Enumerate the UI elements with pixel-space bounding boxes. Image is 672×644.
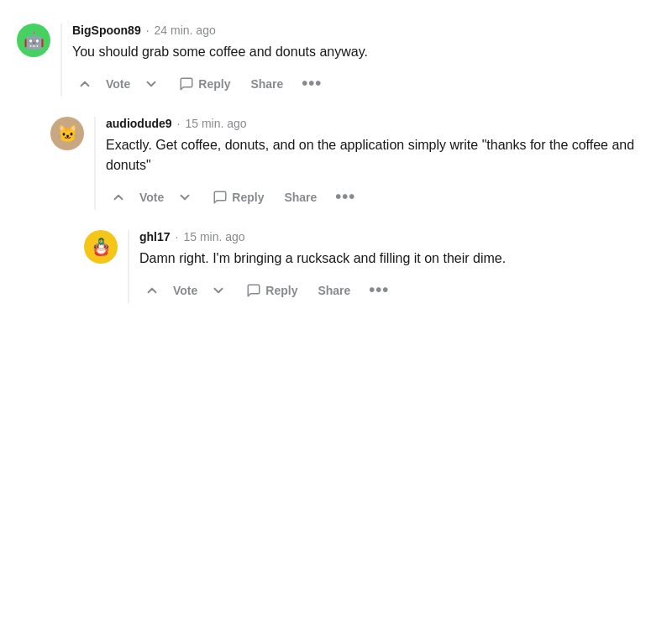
comment-body: ghl17 · 15 min. ago Damn right. I'm brin… xyxy=(128,230,655,303)
vote-label-button[interactable]: Vote xyxy=(101,74,135,94)
upvote-icon xyxy=(144,283,160,298)
comment-thread: 🤖 BigSpoon89 · 24 min. ago You should gr… xyxy=(17,13,655,313)
vote-label: Vote xyxy=(139,191,164,204)
avatar: 🐱 xyxy=(50,117,84,150)
reply-icon xyxy=(179,76,194,92)
comment-item: 🐱 audiodude9 · 15 min. ago Exactly. Get … xyxy=(17,107,655,220)
comment-body: audiodude9 · 15 min. ago Exactly. Get co… xyxy=(94,117,655,210)
action-bar: Vote Reply Share xyxy=(139,277,655,303)
dot-separator: · xyxy=(146,24,150,37)
reply-button[interactable]: Reply xyxy=(241,280,302,301)
upvote-button[interactable] xyxy=(72,73,97,95)
more-button[interactable]: ••• xyxy=(298,71,325,97)
share-label: Share xyxy=(284,191,317,204)
avatar: 🪆 xyxy=(84,230,118,264)
reply-label: Reply xyxy=(232,191,264,204)
more-label: ••• xyxy=(369,280,389,300)
comment-username: audiodude9 xyxy=(106,117,172,130)
dot-separator: · xyxy=(176,230,179,243)
reply-icon xyxy=(246,283,261,298)
reply-button[interactable]: Reply xyxy=(174,73,235,95)
reply-button[interactable]: Reply xyxy=(207,186,269,208)
comment-header: audiodude9 · 15 min. ago xyxy=(106,117,655,130)
vote-label-button[interactable]: Vote xyxy=(134,187,169,207)
avatar: 🤖 xyxy=(17,24,50,57)
upvote-icon xyxy=(111,190,126,205)
upvote-icon xyxy=(77,76,92,92)
comment-item: 🤖 BigSpoon89 · 24 min. ago You should gr… xyxy=(17,13,655,107)
comment-body: BigSpoon89 · 24 min. ago You should grab… xyxy=(60,24,655,97)
share-button[interactable]: Share xyxy=(312,280,355,301)
vote-label: Vote xyxy=(106,77,130,91)
comment-username: BigSpoon89 xyxy=(72,24,141,37)
share-label: Share xyxy=(250,77,283,91)
comment-timestamp: 24 min. ago xyxy=(155,24,216,37)
vote-group: Vote xyxy=(106,186,197,208)
vote-label-button[interactable]: Vote xyxy=(168,280,202,301)
reply-label: Reply xyxy=(198,77,230,91)
action-bar: Vote Reply Share xyxy=(106,184,655,210)
upvote-button[interactable] xyxy=(139,280,165,301)
reply-icon xyxy=(213,190,228,205)
action-bar: Vote Reply Share xyxy=(72,71,655,97)
downvote-icon xyxy=(211,283,226,298)
vote-label: Vote xyxy=(173,284,197,297)
share-button[interactable]: Share xyxy=(245,74,288,94)
downvote-icon xyxy=(177,190,192,205)
downvote-icon xyxy=(144,76,159,92)
comment-username: ghl17 xyxy=(139,230,171,243)
downvote-button[interactable] xyxy=(139,73,164,95)
vote-group: Vote xyxy=(139,280,231,301)
dot-separator: · xyxy=(177,117,181,130)
comment-text: Damn right. I'm bringing a rucksack and … xyxy=(139,249,655,269)
comment-header: BigSpoon89 · 24 min. ago xyxy=(72,24,655,37)
more-button[interactable]: ••• xyxy=(332,184,359,210)
downvote-button[interactable] xyxy=(206,280,231,301)
comment-text: You should grab some coffee and donuts a… xyxy=(72,42,655,62)
more-label: ••• xyxy=(335,187,355,207)
reply-label: Reply xyxy=(265,284,297,297)
upvote-button[interactable] xyxy=(106,186,131,208)
comment-timestamp: 15 min. ago xyxy=(183,230,244,243)
comment-header: ghl17 · 15 min. ago xyxy=(139,230,655,243)
more-button[interactable]: ••• xyxy=(365,277,392,303)
comment-text: Exactly. Get coffee, donuts, and on the … xyxy=(106,135,655,175)
comment-timestamp: 15 min. ago xyxy=(185,117,246,130)
share-button[interactable]: Share xyxy=(279,187,322,207)
downvote-button[interactable] xyxy=(172,186,197,208)
more-label: ••• xyxy=(302,74,322,93)
share-label: Share xyxy=(318,284,350,297)
comment-item: 🪆 ghl17 · 15 min. ago Damn right. I'm br… xyxy=(17,220,655,313)
vote-group: Vote xyxy=(72,73,164,95)
